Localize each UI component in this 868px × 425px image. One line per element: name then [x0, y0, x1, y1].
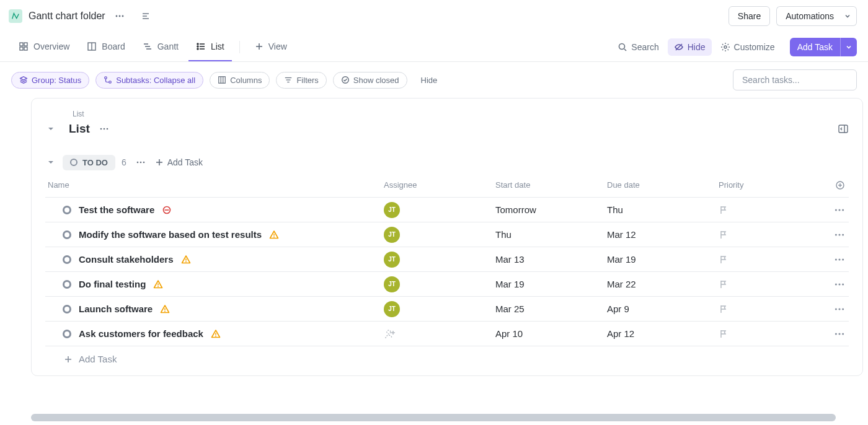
assignee-avatar[interactable]: JT [384, 252, 400, 268]
task-status-icon[interactable] [63, 305, 71, 313]
hide-action[interactable]: Hide [668, 38, 712, 56]
customize-action[interactable]: Customize [714, 38, 781, 56]
row-more-icon[interactable] [812, 279, 849, 290]
filters-chip[interactable]: Filters [276, 72, 326, 89]
col-assignee[interactable]: Assignee [384, 180, 495, 190]
start-date-cell[interactable]: Tomorrow [495, 204, 607, 215]
group-add-task[interactable]: Add Task [155, 157, 203, 167]
chip-label: Show closed [353, 76, 399, 85]
automations-dropdown[interactable] [839, 6, 857, 26]
row-more-icon[interactable] [812, 229, 849, 240]
col-start-date[interactable]: Start date [495, 180, 607, 190]
automations-button[interactable]: Automations [776, 6, 839, 26]
start-date-cell[interactable]: Apr 10 [495, 328, 607, 339]
due-date-cell[interactable]: Mar 12 [607, 229, 719, 240]
outdent-icon[interactable] [138, 8, 154, 24]
folder-more-icon[interactable] [112, 8, 128, 24]
table-row[interactable]: Ask customers for feedback Apr 10 Apr 12 [45, 322, 849, 346]
horizontal-scrollbar[interactable] [31, 414, 861, 421]
svg-point-60 [185, 261, 187, 262]
task-status-icon[interactable] [63, 330, 71, 338]
start-date-cell[interactable]: Thu [495, 229, 607, 240]
assignee-avatar[interactable]: JT [384, 202, 400, 218]
table-row[interactable]: Modify the software based on test result… [45, 222, 849, 247]
priority-cell[interactable] [719, 230, 812, 240]
row-more-icon[interactable] [812, 204, 849, 216]
task-title[interactable]: Launch software [79, 304, 153, 314]
search-action[interactable]: Search [611, 38, 665, 56]
svg-rect-6 [20, 43, 23, 46]
add-task-row[interactable]: Add Task [45, 346, 849, 364]
group-more-icon[interactable] [133, 154, 149, 170]
tab-board[interactable]: Board [79, 32, 132, 61]
task-search-input[interactable] [733, 69, 857, 90]
assignee-cell[interactable]: JT [384, 252, 495, 268]
assignee-empty-icon[interactable] [384, 328, 495, 340]
task-title[interactable]: Ask customers for feedback [79, 328, 203, 339]
columns-chip[interactable]: Columns [210, 72, 270, 89]
col-priority[interactable]: Priority [719, 180, 812, 190]
priority-cell[interactable] [719, 329, 812, 339]
row-more-icon[interactable] [812, 254, 849, 265]
subtasks-chip[interactable]: Subtasks: Collapse all [95, 72, 203, 89]
group-chip[interactable]: Group: Status [11, 72, 89, 89]
col-due-date[interactable]: Due date [607, 180, 719, 190]
priority-cell[interactable] [719, 279, 812, 289]
priority-cell[interactable] [719, 255, 812, 265]
due-date-cell[interactable]: Mar 22 [607, 279, 719, 289]
priority-cell[interactable] [719, 205, 812, 215]
table-row[interactable]: Test the software JT Tomorrow Thu [45, 198, 849, 222]
start-date-cell[interactable]: Mar 25 [495, 304, 607, 314]
task-status-icon[interactable] [63, 280, 71, 289]
folder-title[interactable]: Gantt chart folder [29, 11, 105, 22]
list-title[interactable]: List [69, 122, 90, 136]
add-view-button[interactable]: View [247, 32, 294, 61]
task-title[interactable]: Modify the software based on test result… [79, 229, 262, 240]
status-pill[interactable]: TO DO [63, 155, 115, 170]
priority-cell[interactable] [719, 304, 812, 314]
task-title[interactable]: Consult stakeholders [79, 254, 174, 265]
add-task-button[interactable]: Add Task [790, 38, 857, 56]
table-row[interactable]: Consult stakeholders JT Mar 13 Mar 19 [45, 247, 849, 272]
task-status-icon[interactable] [63, 230, 71, 239]
assignee-cell[interactable]: JT [384, 301, 495, 317]
due-date-cell[interactable]: Mar 19 [607, 254, 719, 265]
task-status-icon[interactable] [63, 206, 71, 214]
due-date-cell[interactable]: Apr 9 [607, 304, 719, 314]
task-title[interactable]: Test the software [79, 204, 154, 215]
tab-overview[interactable]: Overview [11, 32, 77, 61]
add-column-button[interactable] [812, 180, 849, 190]
task-title[interactable]: Do final testing [79, 279, 146, 289]
list-more-icon[interactable] [96, 121, 112, 137]
share-button[interactable]: Share [728, 6, 770, 26]
assignee-cell[interactable]: JT [384, 202, 495, 218]
add-view-label: View [268, 42, 287, 51]
start-date-cell[interactable]: Mar 19 [495, 279, 607, 289]
show-closed-chip[interactable]: Show closed [333, 72, 407, 89]
start-date-cell[interactable]: Mar 13 [495, 254, 607, 265]
tab-list[interactable]: List [188, 32, 232, 61]
assignee-cell[interactable]: JT [384, 227, 495, 243]
warning-icon [181, 255, 191, 265]
group-collapse-toggle[interactable] [45, 159, 56, 166]
assignee-avatar[interactable]: JT [384, 301, 400, 317]
due-date-cell[interactable]: Thu [607, 204, 719, 215]
assignee-avatar[interactable]: JT [384, 227, 400, 243]
table-header: Name Assignee Start date Due date Priori… [45, 173, 849, 198]
table-row[interactable]: Do final testing JT Mar 19 Mar 22 [45, 272, 849, 297]
hide-chip[interactable]: Hide [414, 72, 445, 88]
row-more-icon[interactable] [812, 304, 849, 315]
assignee-avatar[interactable]: JT [384, 276, 400, 292]
assignee-cell[interactable]: JT [384, 276, 495, 292]
table-row[interactable]: Launch software JT Mar 25 Apr 9 [45, 297, 849, 322]
tab-gantt[interactable]: Gantt [135, 32, 186, 61]
row-more-icon[interactable] [812, 328, 849, 340]
list-collapse-toggle[interactable] [45, 125, 56, 133]
task-status-icon[interactable] [63, 255, 71, 264]
add-task-dropdown[interactable] [840, 38, 857, 56]
col-name[interactable]: Name [45, 180, 384, 190]
due-date-cell[interactable]: Apr 12 [607, 328, 719, 339]
panel-toggle-icon[interactable] [838, 123, 849, 134]
svg-point-73 [842, 308, 844, 310]
assignee-cell[interactable] [384, 328, 495, 340]
